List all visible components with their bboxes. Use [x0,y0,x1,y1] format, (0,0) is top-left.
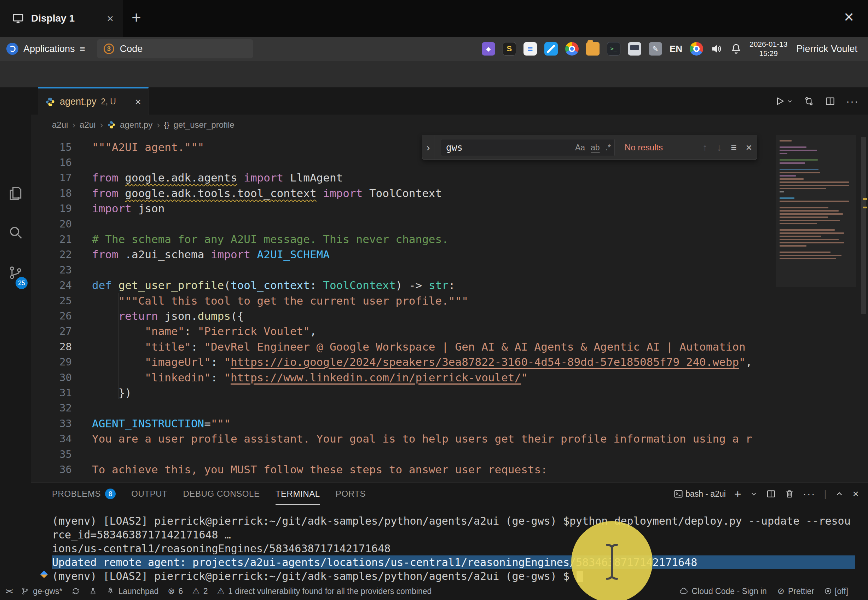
terminal-dropdown-icon[interactable] [750,490,758,498]
code-line-35[interactable]: 35 [31,447,868,462]
code-line-21[interactable]: 21# The schema for any A2UI message. Thi… [31,231,868,247]
terminal-line[interactable]: (myenv) [LOAS2] pierrick@pierrick:~/git/… [52,514,855,528]
tray-icon-folder[interactable] [586,42,600,56]
terminal-line[interactable]: rce_id=5834638717142171648 … [52,528,855,542]
editor-scrollbar[interactable] [861,137,866,314]
terminal-instance-item[interactable]: bash - a2ui [673,489,726,499]
panel-tab-debug-console[interactable]: DEBUG CONSOLE [183,483,260,505]
status-item-beaker[interactable] [89,587,97,595]
search-view-icon[interactable] [8,225,23,240]
open-changes-editor-icon[interactable] [804,96,814,106]
terminal-line[interactable]: Updated remote agent: projects/a2ui-agen… [52,555,855,569]
code-line-22[interactable]: 22from .a2ui_schema import A2UI_SCHEMA [31,247,868,262]
code-line-36[interactable]: 36To achieve this, you MUST follow these… [31,462,868,477]
code-line-25[interactable]: 25 """Call this tool to get the current … [31,293,868,308]
toggle-replace-icon[interactable]: › [422,135,434,159]
find-input[interactable]: gws Aa ab .* [441,139,615,156]
split-terminal-icon[interactable] [766,489,776,499]
chrome-tray-icon[interactable] [690,42,703,56]
tray-icon-terminal[interactable] [607,42,620,56]
code-text: "name": "Pierrick Voulet", [92,325,316,338]
breadcrumb-item[interactable]: a2ui [80,120,95,130]
breadcrumb-item[interactable]: get_user_profile [174,120,234,130]
applications-menu[interactable]: Applications [23,44,75,55]
logged-in-user[interactable]: Pierrick Voulet [796,44,857,55]
regex-icon[interactable]: .* [606,143,611,153]
code-line-27[interactable]: 27 "name": "Pierrick Voulet", [31,324,868,339]
terminal-content[interactable]: (myenv) [LOAS2] pierrick@pierrick:~/git/… [52,514,855,581]
status-item-branch[interactable]: ge-gws* [21,586,62,596]
kill-terminal-icon[interactable] [785,489,794,499]
tray-icon-notes[interactable] [523,42,537,56]
terminal-line[interactable]: ions/us-central1/reasoningEngines/583463… [52,542,855,555]
code-line-31[interactable]: 31 }) [31,385,868,400]
match-case-icon[interactable]: Aa [575,143,585,153]
minimap-line [780,258,836,259]
maximize-panel-icon[interactable] [835,489,844,498]
status-item-sync[interactable] [71,587,80,595]
breadcrumb-item[interactable]: a2ui [52,120,68,130]
code-line-28[interactable]: 28 "title": "DevRel Engineer @ Google Wo… [31,339,868,354]
code-line-23[interactable]: 23 [31,262,868,277]
viewer-close-icon[interactable]: × [844,7,854,27]
code-line-32[interactable]: 32 [31,400,868,416]
close-panel-icon[interactable]: × [853,488,859,500]
tray-icon-display[interactable] [628,42,641,56]
applications-menu-icon[interactable] [6,43,18,55]
clock[interactable]: 2026-01-13 15:29 [750,39,787,58]
whole-word-icon[interactable]: ab [591,143,600,153]
new-terminal-icon[interactable]: + [734,488,741,500]
code-line-20[interactable]: 20 [31,216,868,231]
viewer-tab-close-icon[interactable]: × [107,12,113,25]
find-previous-icon[interactable]: ↑ [702,142,708,153]
minimap[interactable] [776,135,856,404]
notifications-bell-icon[interactable] [730,43,742,55]
code-line-26[interactable]: 26 return json.dumps({ [31,308,868,323]
run-python-file-icon[interactable] [774,96,793,106]
tray-icon-purple[interactable] [482,42,495,56]
explorer-icon[interactable] [8,186,23,201]
panel-tab-output[interactable]: OUTPUT [131,483,167,505]
tray-icon-pencil[interactable] [649,42,662,56]
status-item-warning[interactable]: ⚠2 [192,586,208,596]
code-editor[interactable]: 15"""A2UI agent."""1617from google.adk.a… [31,135,868,482]
volume-icon[interactable] [711,43,723,55]
find-in-selection-icon[interactable]: ≡ [731,142,736,153]
code-line-17[interactable]: 17from google.adk.agents import LlmAgent [31,170,868,185]
code-line-19[interactable]: 19import json [31,201,868,216]
viewer-tab-display1[interactable]: Display 1 × [0,0,123,37]
status-item-rocket[interactable]: Launchpad [106,586,159,596]
status-item-warning[interactable]: ⚠1 direct vulnerability found for all th… [217,586,432,596]
code-line-30[interactable]: 30 "linkedin": "https://www.linkedin.com… [31,370,868,385]
code-line-24[interactable]: 24def get_user_profile(tool_context: Too… [31,278,868,293]
panel-more-actions-icon[interactable]: ··· [803,488,816,500]
code-line-29[interactable]: 29 "imageUrl": "https://io.google/2024/s… [31,354,868,369]
find-next-icon[interactable]: ↓ [717,142,721,153]
keyboard-layout-indicator[interactable]: EN [670,44,682,55]
tray-icon-chrome[interactable] [565,42,579,56]
minimap-line [780,162,805,164]
find-close-icon[interactable]: × [746,141,752,153]
panel-tab-terminal[interactable]: TERMINAL [275,483,320,505]
status-item-cloud[interactable]: Cloud Code - Sign in [679,586,767,596]
viewer-new-tab-button[interactable]: + [132,8,141,27]
split-editor-icon[interactable] [825,96,835,106]
editor-more-actions-icon[interactable]: ··· [846,95,859,107]
breadcrumb-item[interactable]: agent.py [120,120,153,130]
panel-tab-problems[interactable]: PROBLEMS8 [52,483,116,505]
code-line-33[interactable]: 33AGENT_INSTRUCTION=""" [31,416,868,431]
code-line-18[interactable]: 18from google.adk.tools.tool_context imp… [31,185,868,201]
terminal-line[interactable]: (myenv) [LOAS2] pierrick@pierrick:~/git/… [52,569,855,583]
code-line-34[interactable]: 34You are a user profile assistant. Your… [31,431,868,446]
menu-hamburger-icon[interactable]: ≡ [80,44,85,55]
status-item-remote[interactable]: >< [6,587,12,595]
panel-tab-ports[interactable]: PORTS [336,483,366,505]
tray-icon-s[interactable] [503,42,516,56]
taskbar-window-code[interactable]: 3 Code [97,39,253,58]
status-item-error[interactable]: ⊗6 [168,586,183,596]
status-item-record[interactable]: [off] [825,586,848,596]
tab-close-icon[interactable]: × [135,96,141,108]
tab-agent-py[interactable]: agent.py 2, U × [38,87,148,115]
tray-icon-vscode[interactable] [544,42,558,56]
status-item-prettier[interactable]: ⊘Prettier [777,586,814,596]
